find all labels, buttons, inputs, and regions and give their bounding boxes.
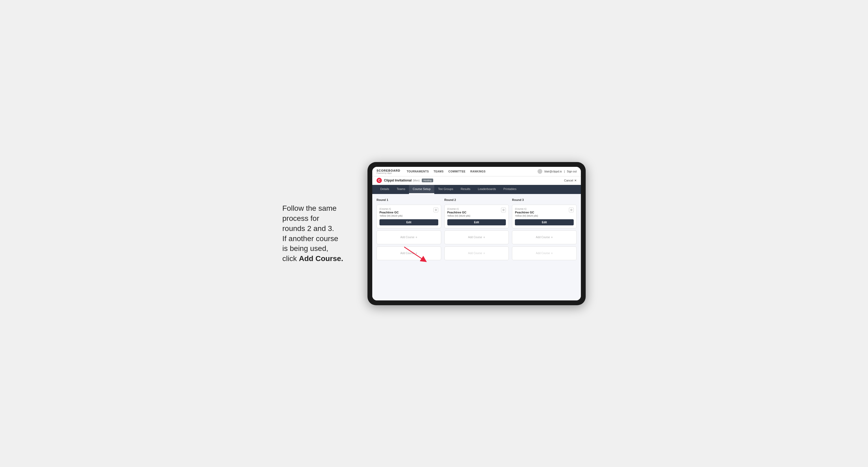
- round-2-add-course-label-1: Add Course: [468, 236, 482, 239]
- round-1-edit-button[interactable]: Edit: [379, 219, 438, 225]
- round-2-add-course-label-2: Add Course: [468, 252, 482, 255]
- tablet-screen: SCOREBOARD Powered by clippd TOURNAMENTS…: [372, 167, 581, 301]
- round-3-column: Round 3 (Course A) Peachtree GC Yellow (…: [512, 198, 577, 260]
- round-3-add-course-1[interactable]: Add Course +: [512, 230, 577, 244]
- top-nav-right: blair@clippd.io | Sign out: [537, 169, 577, 174]
- tablet-frame: SCOREBOARD Powered by clippd TOURNAMENTS…: [368, 162, 586, 305]
- rounds-grid: Round 1 (Course A) Peachtree GC Yellow (…: [376, 198, 577, 260]
- tab-results[interactable]: Results: [457, 185, 474, 194]
- logo-title: SCOREBOARD: [376, 169, 400, 172]
- annotation-line5: is being used,: [282, 244, 328, 252]
- page-wrapper: Follow the same process for rounds 2 and…: [248, 162, 620, 305]
- round-2-course-card-header: (Course A) Peachtree GC Yellow (M) (6629…: [447, 208, 506, 217]
- round-2-add-course-1[interactable]: Add Course +: [444, 230, 509, 244]
- annotation-line6-bold: Add Course.: [299, 254, 343, 262]
- round-1-plus-icon-1: +: [415, 236, 417, 239]
- round-1-course-card: (Course A) Peachtree GC Yellow (M) (6629…: [376, 205, 441, 228]
- annotation-line4: If another course: [282, 235, 338, 243]
- user-avatar: [537, 169, 542, 174]
- sign-out-link[interactable]: Sign out: [567, 170, 577, 173]
- round-2-course-card: (Course A) Peachtree GC Yellow (M) (6629…: [444, 205, 509, 228]
- round-1-column: Round 1 (Course A) Peachtree GC Yellow (…: [376, 198, 441, 260]
- tournament-tag: (Men): [413, 179, 420, 182]
- round-1-add-course-1[interactable]: Add Course +: [376, 230, 441, 244]
- round-2-column: Round 2 (Course A) Peachtree GC Yellow (…: [444, 198, 509, 260]
- round-3-add-course-label-2: Add Course: [536, 252, 550, 255]
- cancel-button[interactable]: Cancel ✕: [564, 179, 577, 182]
- tab-printables[interactable]: Printables: [500, 185, 520, 194]
- round-1-add-course-2[interactable]: Add Course +: [376, 246, 441, 260]
- main-content: Round 1 (Course A) Peachtree GC Yellow (…: [372, 194, 581, 301]
- hosting-badge: Hosting: [422, 179, 433, 182]
- round-1-label: Round 1: [376, 198, 441, 201]
- nav-rankings[interactable]: RANKINGS: [470, 170, 486, 173]
- annotation-line1: Follow the same: [282, 204, 337, 212]
- round-2-course-details: Yellow (M) (6629 yds): [447, 215, 470, 217]
- round-3-course-details: Yellow (M) (6629 yds): [515, 215, 538, 217]
- round-2-edit-button[interactable]: Edit: [447, 219, 506, 225]
- round-2-course-name: Peachtree GC: [447, 211, 470, 214]
- nav-tournaments[interactable]: TOURNAMENTS: [407, 170, 429, 173]
- tab-bar: Details Teams Course Setup Tee Groups Re…: [372, 185, 581, 194]
- course-card-header: (Course A) Peachtree GC Yellow (M) (6629…: [379, 208, 438, 217]
- tab-details[interactable]: Details: [376, 185, 393, 194]
- round-1-plus-icon-2: +: [415, 251, 417, 255]
- round-1-add-course-label-1: Add Course: [400, 236, 414, 239]
- round-2-plus-icon-2: +: [483, 251, 485, 255]
- annotation-line2: process for: [282, 214, 319, 222]
- annotation-text: Follow the same process for rounds 2 and…: [282, 203, 357, 264]
- round-3-add-course-2[interactable]: Add Course +: [512, 246, 577, 260]
- annotation-line3: rounds 2 and 3.: [282, 224, 334, 232]
- round-2-label: Round 2: [444, 198, 509, 201]
- round-3-plus-icon-1: +: [551, 236, 553, 239]
- separator: |: [564, 170, 565, 173]
- round-1-add-course-label-2: Add Course: [400, 252, 414, 255]
- tab-leaderboards[interactable]: Leaderboards: [474, 185, 500, 194]
- round-3-course-card: (Course A) Peachtree GC Yellow (M) (6629…: [512, 205, 577, 228]
- nav-teams[interactable]: TEAMS: [434, 170, 444, 173]
- round-3-label: Round 3: [512, 198, 577, 201]
- round-2-course-label: (Course A): [447, 208, 470, 210]
- round-1-course-name: Peachtree GC: [379, 211, 403, 214]
- tournament-name: Clippd Invitational: [384, 179, 412, 182]
- logo-sub: Powered by clippd: [376, 172, 400, 174]
- tab-tee-groups[interactable]: Tee Groups: [434, 185, 457, 194]
- round-1-card-action[interactable]: ⊙: [433, 208, 438, 212]
- top-nav-links: TOURNAMENTS TEAMS COMMITTEE RANKINGS: [407, 170, 537, 173]
- user-email: blair@clippd.io: [545, 170, 562, 173]
- annotation-line6-plain: click: [282, 254, 299, 262]
- round-2-add-course-2[interactable]: Add Course +: [444, 246, 509, 260]
- nav-committee[interactable]: COMMITTEE: [448, 170, 466, 173]
- round-3-course-card-header: (Course A) Peachtree GC Yellow (M) (6629…: [515, 208, 574, 217]
- round-3-course-label: (Course A): [515, 208, 538, 210]
- round-1-course-details: Yellow (M) (6629 yds): [379, 215, 403, 217]
- top-nav: SCOREBOARD Powered by clippd TOURNAMENTS…: [372, 167, 581, 177]
- round-3-edit-button[interactable]: Edit: [515, 219, 574, 225]
- round-1-course-label: (Course A): [379, 208, 403, 210]
- round-3-course-name: Peachtree GC: [515, 211, 538, 214]
- round-3-plus-icon-2: +: [551, 251, 553, 255]
- scoreboard-logo: SCOREBOARD Powered by clippd: [376, 169, 400, 174]
- round-3-card-action[interactable]: ⊙: [569, 208, 574, 212]
- sub-header: C Clippd Invitational (Men) Hosting Canc…: [372, 177, 581, 185]
- round-3-add-course-label-1: Add Course: [536, 236, 550, 239]
- tab-teams[interactable]: Teams: [393, 185, 409, 194]
- clippd-logo: C: [376, 178, 382, 183]
- round-2-plus-icon-1: +: [483, 236, 485, 239]
- tab-course-setup[interactable]: Course Setup: [409, 185, 434, 194]
- round-2-card-action[interactable]: ⊙: [501, 208, 506, 212]
